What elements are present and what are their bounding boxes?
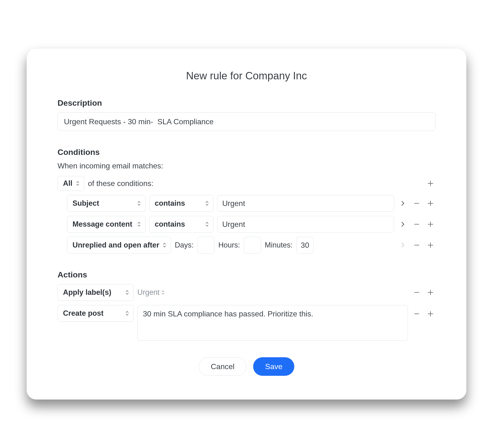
add-condition-button[interactable] (426, 198, 436, 208)
hours-label: Hours: (218, 241, 240, 249)
description-section-label: Description (57, 98, 436, 108)
nest-condition-button[interactable] (398, 198, 408, 208)
updown-icon (163, 242, 166, 248)
condition-field-select[interactable]: Unreplied and open after (67, 237, 171, 253)
nest-condition-button[interactable] (398, 219, 408, 229)
condition-operator-select[interactable]: contains (149, 195, 213, 212)
dialog-footer: Cancel Save (57, 357, 436, 376)
condition-field-select[interactable]: Subject (67, 195, 146, 212)
add-action-button[interactable] (426, 309, 436, 319)
save-button[interactable]: Save (253, 357, 294, 376)
remove-action-button[interactable] (412, 287, 422, 297)
condition-row: Subject contains (57, 195, 436, 212)
add-condition-button[interactable] (426, 219, 436, 229)
action-row: Apply label(s) Urgent (57, 284, 436, 301)
actions-section-label: Actions (57, 270, 436, 279)
remove-condition-button[interactable] (412, 198, 422, 208)
condition-field-select[interactable]: Message content (67, 216, 146, 232)
label-tag-select[interactable]: Urgent (137, 288, 165, 297)
updown-icon (137, 222, 141, 227)
condition-time-row: Unreplied and open after Days: Hours: Mi… (57, 237, 436, 253)
condition-value-input[interactable] (217, 195, 394, 212)
updown-icon (125, 290, 129, 295)
minutes-label: Minutes: (265, 241, 293, 249)
action-type-select[interactable]: Apply label(s) (57, 284, 134, 301)
conditions-intro-text: When incoming email matches: (57, 162, 436, 170)
action-post-text[interactable] (137, 305, 408, 341)
add-condition-button[interactable] (426, 240, 436, 250)
rule-editor-card: New rule for Company Inc Description Con… (27, 48, 466, 400)
match-mode-suffix: of these conditions: (88, 179, 154, 188)
add-action-button[interactable] (426, 287, 436, 297)
condition-value-input[interactable] (217, 216, 394, 232)
match-mode-row: All of these conditions: (57, 176, 436, 191)
updown-icon (205, 222, 209, 227)
condition-row: Message content contains (57, 216, 436, 232)
action-type-select[interactable]: Create post (57, 305, 134, 322)
days-input[interactable] (197, 237, 214, 253)
updown-icon (125, 311, 129, 316)
cancel-button[interactable]: Cancel (199, 357, 247, 376)
minutes-input[interactable] (296, 237, 314, 253)
remove-action-button[interactable] (412, 309, 422, 319)
hours-input[interactable] (244, 237, 261, 253)
match-mode-select[interactable]: All (57, 176, 84, 191)
remove-condition-button[interactable] (412, 219, 422, 229)
condition-operator-select[interactable]: contains (149, 216, 213, 232)
add-condition-group-button[interactable] (426, 178, 436, 188)
nest-condition-button-disabled (398, 240, 408, 250)
remove-condition-button[interactable] (412, 240, 422, 250)
dialog-title: New rule for Company Inc (57, 70, 436, 82)
updown-icon (205, 201, 209, 206)
updown-icon (161, 290, 165, 295)
description-input[interactable] (57, 112, 436, 131)
action-row: Create post (57, 305, 436, 341)
days-label: Days: (175, 241, 193, 249)
updown-icon (76, 181, 80, 186)
conditions-section-label: Conditions (57, 148, 436, 157)
updown-icon (137, 201, 141, 206)
